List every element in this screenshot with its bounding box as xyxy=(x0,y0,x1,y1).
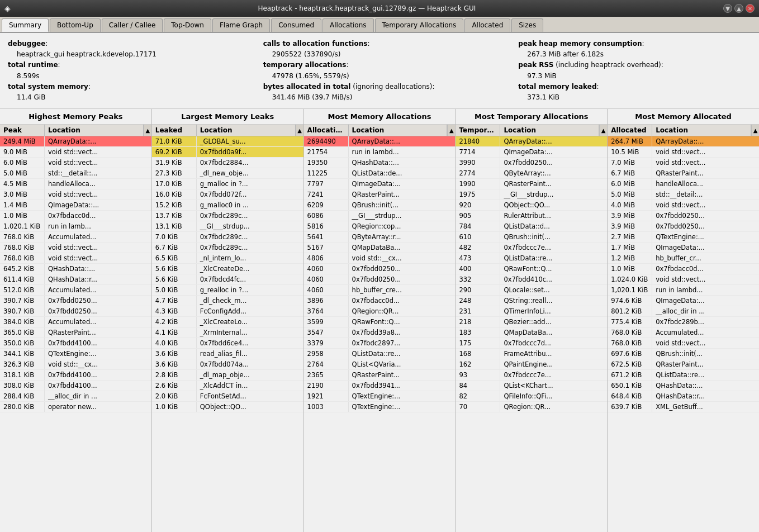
table-row[interactable]: 2694490QArrayData::... xyxy=(304,136,456,147)
table-row[interactable]: 288.4 KiB__alloc_dir in ... xyxy=(0,391,151,402)
table-row[interactable]: 326.3 KiBvoid std::__cx... xyxy=(0,359,151,370)
table-row[interactable]: 3320x7fbdd410c... xyxy=(456,274,607,285)
table-row[interactable]: 6.7 KiB0x7fbdc289c... xyxy=(152,243,303,253)
tab-bottom-up[interactable]: Bottom-Up xyxy=(50,18,101,32)
table-row[interactable]: 71.0 KiB_GLOBAL_su... xyxy=(152,136,303,147)
table-row[interactable]: 4820x7fbdccc7e... xyxy=(456,243,607,253)
table-row[interactable]: 645.2 KiBQHashData::... xyxy=(0,264,151,274)
table-row[interactable]: 5.6 KiB_XlcCreateDe... xyxy=(152,264,303,274)
table-row[interactable]: 365.0 KiBQRasterPaint... xyxy=(0,327,151,338)
table-row[interactable]: 3.9 MiB0x7fbdd0250... xyxy=(608,221,759,232)
table-row[interactable]: 183QMapDataBa... xyxy=(456,327,607,338)
table-row[interactable]: 168FrameAttribu... xyxy=(456,349,607,359)
table-row[interactable]: 1975__GI___strdup... xyxy=(456,189,607,200)
table-row[interactable]: 6.0 MiBvoid std::vect... xyxy=(0,158,151,168)
table-row[interactable]: 775.4 KiB0x7fbdc289b... xyxy=(608,317,759,327)
table-row[interactable]: 4060hb_buffer_cre... xyxy=(304,285,456,296)
table-row[interactable]: 1.4 MiBQImageData::... xyxy=(0,200,151,211)
table-row[interactable]: 390.7 KiB0x7fbdd0250... xyxy=(0,306,151,317)
tab-temporary-allocations[interactable]: Temporary Allocations xyxy=(375,18,464,32)
table-row[interactable]: 69.2 KiB0x7fbdd0a9f... xyxy=(152,147,303,158)
scroll-btn-3[interactable]: ▲ xyxy=(599,125,607,136)
table-row[interactable]: 6086__GI___strdup... xyxy=(304,211,456,221)
table-row[interactable]: 6.5 KiB_nl_intern_lo... xyxy=(152,253,303,264)
scroll-btn-1[interactable]: ▲ xyxy=(296,125,303,136)
table-row[interactable]: 27.3 KiB_dl_new_obje... xyxy=(152,168,303,179)
table-row[interactable]: 1,024.0 KiBvoid std::vect... xyxy=(608,274,759,285)
table-row[interactable]: 344.1 KiBQTextEngine:... xyxy=(0,349,151,359)
table-row[interactable]: 218QBezier::add... xyxy=(456,317,607,327)
table-row[interactable]: 10.5 MiBvoid std::vect... xyxy=(608,147,759,158)
table-row[interactable]: 768.0 KiBvoid std::vect... xyxy=(0,243,151,253)
tab-caller-callee[interactable]: Caller / Callee xyxy=(102,18,163,32)
table-row[interactable]: 7241QRasterPaint... xyxy=(304,189,456,200)
table-row[interactable]: 4.2 KiB_XlcCreateLo... xyxy=(152,317,303,327)
table-row[interactable]: 930x7fbdccc7e... xyxy=(456,370,607,381)
table-row[interactable]: 264.7 MiBQArrayData::... xyxy=(608,136,759,147)
table-row[interactable]: 1.0 MiB0x7fbdacc0d... xyxy=(0,211,151,221)
table-row[interactable]: 9.0 MiBvoid std::vect... xyxy=(0,147,151,158)
table-row[interactable]: 7.0 MiBvoid std::vect... xyxy=(608,158,759,168)
table-row[interactable]: 1.0 KiBQObject::QO... xyxy=(152,402,303,412)
scroll-btn-0[interactable]: ▲ xyxy=(144,125,151,136)
table-row[interactable]: 19350QHashData::... xyxy=(304,158,456,168)
table-row[interactable]: 6.7 MiBQRasterPaint... xyxy=(608,168,759,179)
tab-top-down[interactable]: Top-Down xyxy=(164,18,211,32)
table-row[interactable]: 390.7 KiB0x7fbdd0250... xyxy=(0,296,151,306)
table-row[interactable]: 974.6 KiBQImageData:... xyxy=(608,296,759,306)
table-row[interactable]: 2.8 KiB_dl_map_obje... xyxy=(152,370,303,381)
table-row[interactable]: 768.0 KiBvoid std::vect... xyxy=(0,253,151,264)
table-row[interactable]: 3.9 MiB0x7fbdd0250... xyxy=(608,211,759,221)
table-body-3[interactable]: 21840QArrayData::...7714QImageData:...39… xyxy=(456,136,607,532)
table-row[interactable]: 1003QTextEngine:... xyxy=(304,402,456,412)
table-body-0[interactable]: 249.4 MiBQArrayData::...9.0 MiBvoid std:… xyxy=(0,136,151,532)
table-row[interactable]: 13.1 KiB__GI___strdup... xyxy=(152,221,303,232)
table-row[interactable]: 6.0 MiBhandleAlloca... xyxy=(608,179,759,189)
table-row[interactable]: 1,020.1 KiBrun in lambd... xyxy=(608,285,759,296)
table-row[interactable]: 7.0 KiB0x7fbdc289c... xyxy=(152,232,303,243)
table-row[interactable]: 248QString::reall... xyxy=(456,296,607,306)
close-button[interactable]: ✕ xyxy=(746,4,755,13)
tab-allocations[interactable]: Allocations xyxy=(322,18,373,32)
window-controls[interactable]: ▼ ▲ ✕ xyxy=(723,4,755,13)
col-hdr-2-2[interactable]: Location xyxy=(349,125,448,136)
table-row[interactable]: 1.0 MiB0x7fbdacc0d... xyxy=(608,264,759,274)
table-row[interactable]: 318.1 KiB0x7fbdd4100... xyxy=(0,370,151,381)
table-row[interactable]: 697.6 KiBQBrush::init(... xyxy=(608,349,759,359)
col-hdr-1-2[interactable]: Allocations xyxy=(304,125,349,136)
table-row[interactable]: 4.0 MiBvoid std::vect... xyxy=(608,200,759,211)
col-hdr-1-0[interactable]: Peak xyxy=(0,125,45,136)
col-hdr-2-3[interactable]: Location xyxy=(500,125,599,136)
table-row[interactable]: 3764QRegion::QR... xyxy=(304,306,456,317)
col-hdr-1-1[interactable]: Leaked xyxy=(152,125,197,136)
table-row[interactable]: 5641QByteArray::r... xyxy=(304,232,456,243)
scroll-btn-2[interactable]: ▲ xyxy=(447,125,455,136)
table-row[interactable]: 2.6 KiB_XlcAddCT in... xyxy=(152,381,303,391)
table-row[interactable]: 2365QRasterPaint... xyxy=(304,370,456,381)
table-row[interactable]: 1750x7fbdccc7d... xyxy=(456,338,607,349)
table-row[interactable]: 768.0 KiBAccumulated... xyxy=(608,327,759,338)
table-row[interactable]: 2.7 MiBQTextEngine:... xyxy=(608,232,759,243)
table-row[interactable]: 648.4 KiBQHashData::r... xyxy=(608,391,759,402)
table-row[interactable]: 639.7 KiBXML_GetBuff... xyxy=(608,402,759,412)
table-row[interactable]: 2958QListData::re... xyxy=(304,349,456,359)
col-hdr-2-0[interactable]: Location xyxy=(45,125,144,136)
table-row[interactable]: 610QBrush::init(... xyxy=(456,232,607,243)
table-body-2[interactable]: 2694490QArrayData::...21754run in lambd.… xyxy=(304,136,456,532)
table-row[interactable]: 350.0 KiB0x7fbdd4100... xyxy=(0,338,151,349)
tab-consumed[interactable]: Consumed xyxy=(271,18,321,32)
table-row[interactable]: 4.7 KiB_dl_check_m... xyxy=(152,296,303,306)
table-row[interactable]: 5.0 MiBstd::__detail::... xyxy=(0,168,151,179)
table-row[interactable]: 384.0 KiBAccumulated... xyxy=(0,317,151,327)
table-row[interactable]: 2774QByteArray::... xyxy=(456,168,607,179)
table-row[interactable]: 21754run in lambd... xyxy=(304,147,456,158)
table-row[interactable]: 920QObject::QO... xyxy=(456,200,607,211)
tab-summary[interactable]: Summary xyxy=(2,18,49,32)
table-row[interactable]: 4.3 KiBFcConfigAdd... xyxy=(152,306,303,317)
table-row[interactable]: 768.0 KiBvoid std::vect... xyxy=(608,338,759,349)
table-row[interactable]: 672.5 KiBQRasterPaint... xyxy=(608,359,759,370)
table-row[interactable]: 40600x7fbdd0250... xyxy=(304,274,456,285)
table-row[interactable]: 39900x7fbdd0250... xyxy=(456,158,607,168)
table-row[interactable]: 3599QRawFont::Q... xyxy=(304,317,456,327)
minimize-button[interactable]: ▼ xyxy=(723,4,732,13)
